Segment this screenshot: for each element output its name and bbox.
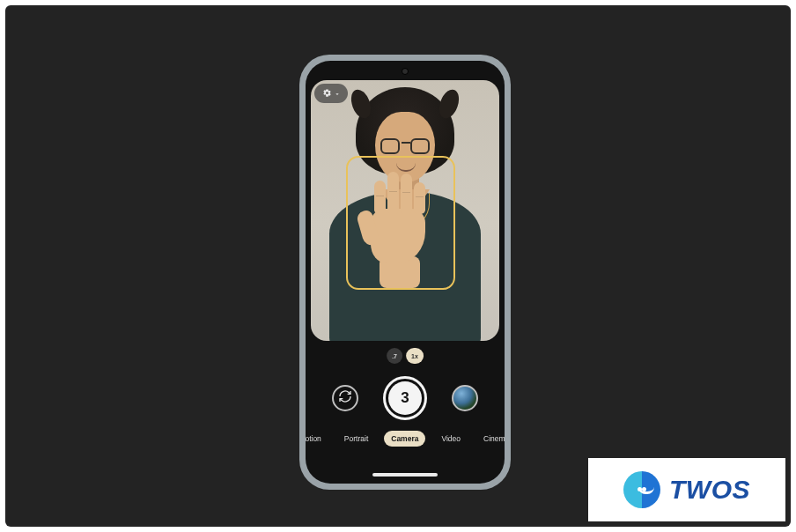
mode-camera[interactable]: Camera: [384, 431, 425, 447]
mode-portrait[interactable]: Portrait: [337, 431, 375, 447]
nav-gesture-bar[interactable]: [372, 473, 438, 477]
switch-camera-button[interactable]: [332, 385, 358, 411]
shutter-countdown: 3: [388, 381, 422, 415]
palm-gesture: [364, 168, 432, 263]
watermark: TWOS: [588, 458, 785, 521]
mode-video[interactable]: Video: [434, 431, 468, 447]
phone-frame: .7 1x 3 Motion Portrait Camera: [299, 55, 511, 490]
gallery-thumbnail-button[interactable]: [452, 385, 478, 411]
front-camera-dot: [402, 68, 409, 75]
mode-cinematic[interactable]: Cinemat: [476, 431, 505, 447]
gear-icon: [322, 85, 332, 101]
watermark-logo: [623, 471, 660, 508]
stage-background: .7 1x 3 Motion Portrait Camera: [5, 5, 791, 527]
zoom-option-wide[interactable]: .7: [387, 348, 402, 364]
zoom-option-1x[interactable]: 1x: [406, 348, 424, 364]
mode-motion[interactable]: Motion: [306, 431, 328, 447]
zoom-selector: .7 1x: [387, 348, 424, 364]
controls-row: 3: [306, 376, 505, 420]
switch-camera-icon: [338, 389, 352, 407]
phone-screen: .7 1x 3 Motion Portrait Camera: [306, 61, 505, 484]
shutter-button[interactable]: 3: [383, 376, 427, 420]
camera-settings-button[interactable]: [314, 84, 348, 103]
modes-row[interactable]: Motion Portrait Camera Video Cinemat: [306, 431, 505, 447]
camera-viewfinder[interactable]: [311, 80, 499, 341]
chevron-down-icon: [334, 85, 341, 101]
watermark-text: TWOS: [669, 475, 750, 505]
